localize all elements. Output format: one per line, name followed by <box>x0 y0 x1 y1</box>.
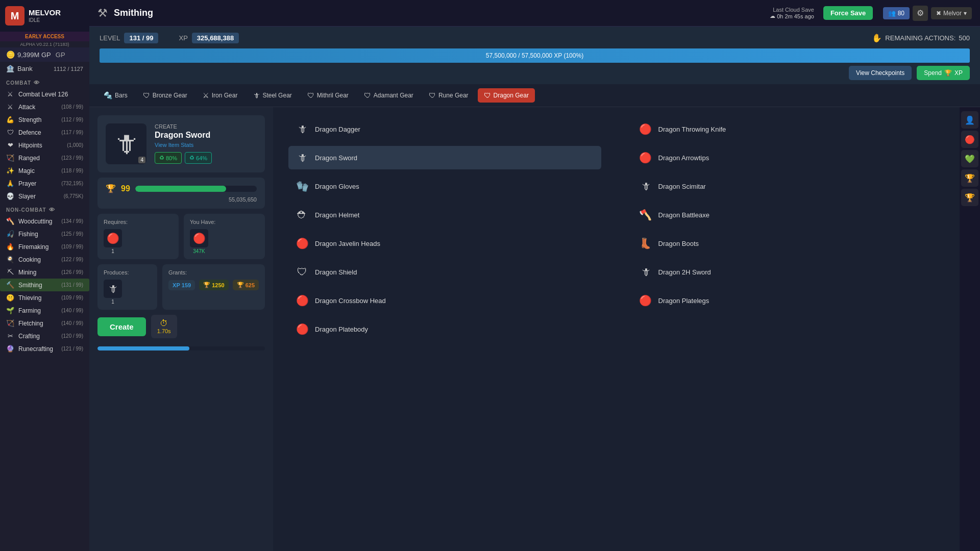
item-entry-dragon-javelin-heads[interactable]: 🔴 Dragon Javelin Heads <box>288 232 601 255</box>
skill-header: LEVEL 131 / 99 XP 325,688,388 ✋ REMAININ… <box>89 27 980 84</box>
produces-label: Produces: <box>104 269 151 276</box>
action-progress-bar <box>97 346 265 350</box>
mini-icon-red[interactable]: 🔴 <box>961 131 978 148</box>
tab-adamant-gear[interactable]: 🛡 Adamant Gear <box>358 88 420 103</box>
level-label: LEVEL <box>100 34 120 42</box>
produces-count: 1 <box>111 299 114 305</box>
item-icon: 🔴 <box>295 293 310 308</box>
sidebar-item-cooking[interactable]: 🍳 Cooking (122 / 99) <box>0 253 89 266</box>
requires-label: Requires: <box>104 219 173 225</box>
sidebar-item-mining[interactable]: ⛏ Mining (126 / 99) <box>0 266 89 279</box>
tab-bronze-gear[interactable]: 🛡 Bronze Gear <box>137 88 193 103</box>
cloud-save-time: 0h 2m 45s ago <box>777 13 814 19</box>
sidebar-item-runecrafting[interactable]: 🔮 Runecrafting (121 / 99) <box>0 342 89 355</box>
item-entry-dragon-sword[interactable]: 🗡 Dragon Sword <box>288 146 601 169</box>
item-entry-dragon-dagger[interactable]: 🗡 Dragon Dagger <box>288 117 601 141</box>
sidebar-item-farming[interactable]: 🌱 Farming (140 / 99) <box>0 304 89 317</box>
tab-label: Bronze Gear <box>153 92 187 99</box>
logo-icon: M <box>5 6 24 26</box>
sidebar-item-ranged[interactable]: 🏹 Ranged (123 / 99) <box>0 152 89 164</box>
item-entry-dragon-platebody[interactable]: 🔴 Dragon Platebody <box>288 317 601 341</box>
sidebar-item-woodcutting[interactable]: 🪓 Woodcutting (134 / 99) <box>0 215 89 228</box>
spend-xp-button[interactable]: Spend 🏆 XP <box>917 66 970 80</box>
sidebar-item-thieving[interactable]: 🤫 Thieving (109 / 99) <box>0 291 89 304</box>
requires-box: Requires: 🔴 1 <box>97 214 179 259</box>
mini-icon-avatar[interactable]: 👤 <box>961 111 978 129</box>
item-entry-dragon-arrowtips[interactable]: 🔴 Dragon Arrowtips <box>632 146 945 169</box>
item-entry-dragon-crossbow-head[interactable]: 🔴 Dragon Crossbow Head <box>288 289 601 312</box>
sidebar-bank[interactable]: 🏦 Bank 1112 / 1127 <box>0 62 89 76</box>
badge-recycle-1: ♻ 80% <box>155 152 182 164</box>
tab-mithril-gear[interactable]: 🛡 Mithril Gear <box>301 88 355 103</box>
user-icon: ✖ <box>936 10 941 17</box>
sidebar-item-firemaking[interactable]: 🔥 Firemaking (109 / 99) <box>0 240 89 253</box>
sidebar-item-magic[interactable]: ✨ Magic (118 / 99) <box>0 164 89 177</box>
user-button[interactable]: ✖ Melvor ▾ <box>931 7 972 19</box>
logo-sub: IDLE <box>29 17 61 23</box>
item-preview: 🗡 4 <box>106 123 146 164</box>
badge-value-2: 64% <box>196 155 207 161</box>
tab-icon: 🛡 <box>364 91 371 99</box>
item-name: Dragon Arrowtips <box>658 154 709 162</box>
sidebar-item-levels: (120 / 99) <box>61 333 83 339</box>
logo-area: M MELVOR IDLE <box>0 0 89 32</box>
remaining-actions: ✋ REMAINING ACTIONS: 500 <box>872 33 970 43</box>
item-icon: 👢 <box>638 236 653 251</box>
requires-count: 1 <box>111 248 114 254</box>
item-entry-dragon-battleaxe[interactable]: 🪓 Dragon Battleaxe <box>632 203 945 227</box>
mini-icon-trophy-2[interactable]: 🏆 <box>961 189 978 206</box>
create-button[interactable]: Create <box>97 317 146 336</box>
content-area: 🗡 4 CREATE Dragon Sword View Item Stats … <box>89 107 980 551</box>
item-entry-dragon-scimitar[interactable]: 🗡 Dragon Scimitar <box>632 174 945 198</box>
sidebar-item-hitpoints[interactable]: ❤ Hitpoints (1,000) <box>0 139 89 152</box>
tab-bars[interactable]: 🔩 Bars <box>97 88 134 103</box>
item-entry-dragon-shield[interactable]: 🛡 Dragon Shield <box>288 260 601 284</box>
view-checkpoints-button[interactable]: View Checkpoints <box>849 66 912 80</box>
create-label: CREATE <box>155 123 257 130</box>
sidebar-item-defence[interactable]: 🛡 Defence (117 / 99) <box>0 126 89 139</box>
combat-visibility-icon[interactable]: 👁 <box>34 80 40 86</box>
sidebar-item-fishing[interactable]: 🎣 Fishing (125 / 99) <box>0 228 89 240</box>
item-name: Dragon Scimitar <box>658 183 706 190</box>
sidebar-item-combat-level[interactable]: ⚔ Combat Level 126 <box>0 88 89 101</box>
item-icon: 🪓 <box>638 207 653 222</box>
noncombat-visibility-icon[interactable]: 👁 <box>49 207 55 213</box>
tab-steel-gear[interactable]: 🗡 Steel Gear <box>247 88 298 103</box>
sidebar-item-levels: (117 / 99) <box>61 130 83 135</box>
sidebar-item-label: Crafting <box>18 333 40 340</box>
chevron-down-icon: ▾ <box>964 10 967 17</box>
tab-rune-gear[interactable]: 🛡 Rune Gear <box>423 88 475 103</box>
item-entry-dragon-2h-sword[interactable]: 🗡 Dragon 2H Sword <box>632 260 945 284</box>
tab-dragon-gear[interactable]: 🛡 Dragon Gear <box>478 88 535 103</box>
sidebar-item-label: Prayer <box>18 180 36 187</box>
sidebar-item-levels: (121 / 99) <box>61 346 83 352</box>
grants-label: Grants: <box>168 269 259 276</box>
sidebar-icon: 🎣 <box>6 230 14 238</box>
item-entry-dragon-gloves[interactable]: 🧤 Dragon Gloves <box>288 174 601 198</box>
sidebar-item-slayer[interactable]: 💀 Slayer (6,775K) <box>0 190 89 203</box>
sidebar-item-fletching[interactable]: 🏹 Fletching (140 / 99) <box>0 317 89 330</box>
item-entry-dragon-boots[interactable]: 👢 Dragon Boots <box>632 232 945 255</box>
tab-iron-gear[interactable]: ⚔ Iron Gear <box>197 88 244 103</box>
mini-icon-trophy-1[interactable]: 🏆 <box>961 169 978 187</box>
sidebar-item-crafting[interactable]: ✂ Crafting (120 / 99) <box>0 330 89 342</box>
sidebar-item-label: Firemaking <box>18 243 48 251</box>
item-entry-dragon-throwing-knife[interactable]: 🔴 Dragon Throwing Knife <box>632 117 945 141</box>
bank-icon: 🏦 <box>6 65 14 72</box>
sidebar-gold[interactable]: 🪙 9,399M GP GP <box>0 47 89 62</box>
sidebar-item-levels: (732,195) <box>61 181 83 186</box>
force-save-button[interactable]: Force Save <box>823 6 873 20</box>
mini-icon-green[interactable]: 💚 <box>961 150 978 167</box>
item-entry-dragon-platelegs[interactable]: 🔴 Dragon Platelegs <box>632 289 945 312</box>
requires-slot: 🔴 1 <box>104 229 122 254</box>
friends-button[interactable]: 👥 80 <box>883 7 910 19</box>
sidebar-icon: 💀 <box>6 192 14 200</box>
sidebar-item-prayer[interactable]: 🙏 Prayer (732,195) <box>0 177 89 190</box>
sidebar-item-strength[interactable]: 💪 Strength (112 / 99) <box>0 113 89 126</box>
settings-button[interactable]: ⚙ <box>913 6 928 21</box>
item-entry-dragon-helmet[interactable]: ⛑ Dragon Helmet <box>288 203 601 227</box>
alpha-version: ALPHA V0.22.1 (71183) <box>0 41 89 47</box>
sidebar-item-smithing[interactable]: 🔨 Smithing (131 / 99) <box>0 279 89 291</box>
view-stats-link[interactable]: View Item Stats <box>155 142 257 148</box>
sidebar-item-attack[interactable]: ⚔ Attack (108 / 99) <box>0 101 89 113</box>
